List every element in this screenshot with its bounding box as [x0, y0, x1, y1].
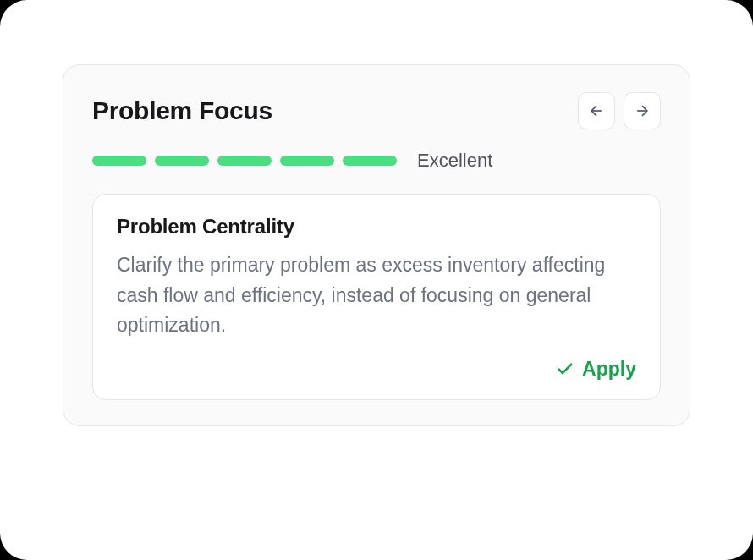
prev-button[interactable] — [578, 92, 615, 129]
rating-row: Excellent — [92, 150, 661, 172]
nav-buttons — [578, 92, 661, 129]
rating-label: Excellent — [417, 150, 492, 172]
rating-segment — [155, 156, 209, 166]
card-header: Problem Focus — [92, 92, 661, 129]
card-title: Problem Focus — [92, 96, 272, 125]
problem-focus-card: Problem Focus — [63, 64, 690, 426]
suggestion-card: Problem Centrality Clarify the primary p… — [92, 194, 661, 400]
rating-segments — [92, 156, 397, 166]
suggestion-description: Clarify the primary problem as excess in… — [117, 250, 636, 341]
arrow-left-icon — [588, 102, 605, 119]
suggestion-title: Problem Centrality — [117, 215, 636, 239]
rating-segment — [92, 156, 146, 166]
app-container: Problem Focus — [0, 0, 753, 560]
rating-segment — [217, 156, 272, 166]
apply-button[interactable]: Apply — [555, 358, 636, 381]
rating-segment — [280, 156, 334, 166]
apply-label: Apply — [582, 358, 636, 381]
check-icon — [555, 359, 575, 379]
rating-segment — [343, 156, 397, 166]
apply-row: Apply — [117, 358, 636, 381]
arrow-right-icon — [634, 102, 651, 119]
next-button[interactable] — [624, 92, 661, 129]
